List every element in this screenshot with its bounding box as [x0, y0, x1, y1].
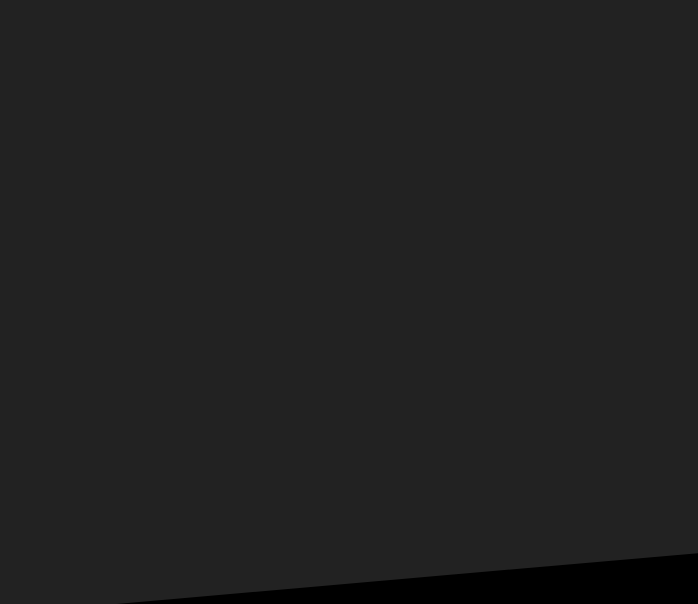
color-grid	[0, 0, 698, 604]
